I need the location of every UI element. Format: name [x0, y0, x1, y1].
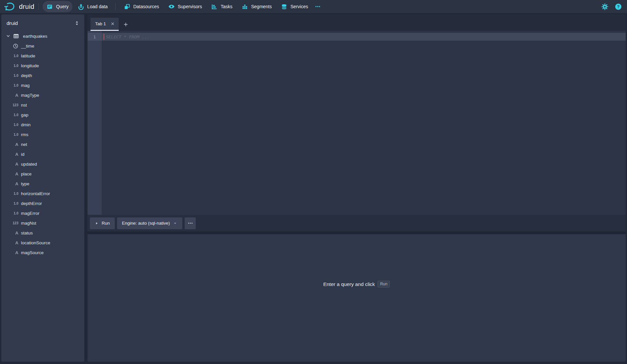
column-list: __time1.0latitude1.0longitude1.0depth1.0…	[1, 41, 84, 257]
type-badge-long: 123	[12, 103, 18, 107]
console-icon	[47, 3, 53, 10]
nav-item-load-data[interactable]: Load data	[74, 1, 111, 12]
column-name: type	[21, 181, 30, 186]
column-item-depth[interactable]: 1.0depth	[1, 71, 84, 80]
gantt-icon	[211, 3, 218, 10]
type-badge-float: 1.0	[12, 83, 18, 87]
tab-strip: Tab 1	[88, 14, 626, 31]
column-item-horizontalError[interactable]: 1.0horizontalError	[1, 189, 84, 198]
column-item-magSource[interactable]: AmagSource	[1, 248, 84, 257]
druid-logo[interactable]: druid	[4, 2, 34, 11]
gear-icon	[601, 3, 608, 10]
column-item-depthError[interactable]: 1.0depthError	[1, 198, 84, 208]
type-badge-string: A	[12, 181, 18, 186]
column-item-longitude[interactable]: 1.0longitude	[1, 61, 84, 71]
run-button-label: Run	[102, 221, 110, 226]
column-item-gap[interactable]: 1.0gap	[1, 110, 84, 120]
type-badge-string: A	[12, 162, 18, 167]
type-badge-float: 1.0	[12, 54, 18, 58]
column-item-type[interactable]: Atype	[1, 179, 84, 189]
caret-down-icon	[173, 221, 177, 226]
type-badge-string: A	[12, 250, 18, 255]
settings-button[interactable]	[601, 3, 609, 11]
nav-item-datasources[interactable]: Datasources	[120, 1, 163, 12]
chevron-down-icon	[6, 33, 11, 39]
column-item-magError[interactable]: 1.0magError	[1, 208, 84, 218]
sidebar-header: druid	[1, 14, 84, 30]
type-badge-long: 123	[12, 221, 18, 225]
nav-item-services[interactable]: Services	[277, 1, 312, 12]
table-name: earthquakes	[23, 34, 47, 39]
panel-splitter[interactable]	[88, 232, 626, 234]
column-name: rms	[21, 132, 29, 137]
content-area: druid	[0, 13, 627, 364]
column-item-locationSource[interactable]: AlocationSource	[1, 238, 84, 248]
query-editor[interactable]: 1 SELECT * FROM ...	[88, 31, 626, 215]
type-badge-float: 1.0	[12, 64, 18, 68]
column-name: status	[21, 231, 33, 235]
column-item-place[interactable]: Aplace	[1, 169, 84, 179]
editor-active-line: 1 SELECT * FROM ...	[88, 33, 626, 41]
column-name: latitude	[21, 53, 35, 58]
double-caret-vertical-icon	[74, 20, 80, 26]
type-badge-string: A	[12, 142, 18, 147]
column-name: net	[21, 142, 27, 147]
type-badge-float: 1.0	[12, 73, 18, 77]
nav-item-query[interactable]: Query	[43, 1, 72, 12]
top-navbar: druid QueryLoad data DatasourcesSupervis…	[0, 0, 627, 13]
run-toolbar: Run Engine: auto (sql-native)	[88, 215, 626, 232]
column-item-status[interactable]: Astatus	[1, 228, 84, 238]
sort-control[interactable]	[73, 20, 80, 27]
column-item-__time[interactable]: __time	[1, 41, 84, 51]
column-name: magError	[21, 211, 39, 216]
brand-text: druid	[19, 3, 34, 10]
table-item-earthquakes[interactable]: earthquakes	[1, 31, 84, 41]
engine-select[interactable]: Engine: auto (sql-native)	[117, 217, 182, 229]
column-item-mag[interactable]: 1.0mag	[1, 80, 84, 90]
run-button[interactable]: Run	[90, 217, 115, 229]
type-badge-string: A	[12, 172, 18, 176]
nav-item-tasks[interactable]: Tasks	[207, 1, 236, 12]
nav-items-secondary: DatasourcesSupervisorsTasksSegmentsServi…	[120, 1, 312, 12]
column-name: magType	[21, 93, 39, 98]
column-name: place	[21, 172, 31, 176]
column-item-dmin[interactable]: 1.0dmin	[1, 120, 84, 130]
upload-icon	[78, 3, 84, 10]
nav-item-segments[interactable]: Segments	[238, 1, 276, 12]
column-item-updated[interactable]: Aupdated	[1, 159, 84, 169]
column-item-magType[interactable]: AmagType	[1, 90, 84, 100]
tab-tab-1[interactable]: Tab 1	[91, 18, 119, 31]
database-icon	[281, 3, 288, 10]
run-key-tag: Run	[377, 281, 390, 288]
help-button[interactable]: ?	[614, 3, 622, 11]
empty-results-text: Enter a query and click	[323, 281, 375, 287]
column-name: magSource	[21, 250, 44, 255]
column-name: __time	[21, 44, 34, 49]
column-item-latitude[interactable]: 1.0latitude	[1, 51, 84, 61]
column-name: longitude	[21, 63, 39, 68]
plus-icon	[123, 22, 128, 27]
column-item-nst[interactable]: 123nst	[1, 100, 84, 110]
type-badge-string: A	[12, 231, 18, 235]
eye-icon	[168, 3, 175, 10]
column-item-magNst[interactable]: 123magNst	[1, 218, 84, 228]
more-icon	[314, 3, 321, 10]
query-more-button[interactable]	[185, 217, 196, 229]
column-item-id[interactable]: Aid	[1, 149, 84, 159]
column-item-rms[interactable]: 1.0rms	[1, 130, 84, 139]
clock-icon	[12, 43, 18, 49]
svg-text:?: ?	[617, 4, 619, 9]
druid-console: druid QueryLoad data DatasourcesSupervis…	[0, 0, 627, 364]
column-name: gap	[21, 112, 29, 117]
type-badge-string: A	[12, 240, 18, 245]
editor-placeholder: SELECT * FROM ...	[106, 34, 150, 39]
column-name: mag	[21, 83, 30, 88]
nav-item-supervisors[interactable]: Supervisors	[164, 1, 206, 12]
add-tab-button[interactable]	[119, 18, 132, 31]
table-icon	[13, 33, 19, 39]
type-badge-float: 1.0	[12, 201, 18, 205]
type-badge-float: 1.0	[12, 132, 18, 136]
more-menu-button[interactable]	[314, 3, 322, 10]
column-item-net[interactable]: Anet	[1, 139, 84, 149]
close-icon[interactable]	[110, 21, 115, 27]
